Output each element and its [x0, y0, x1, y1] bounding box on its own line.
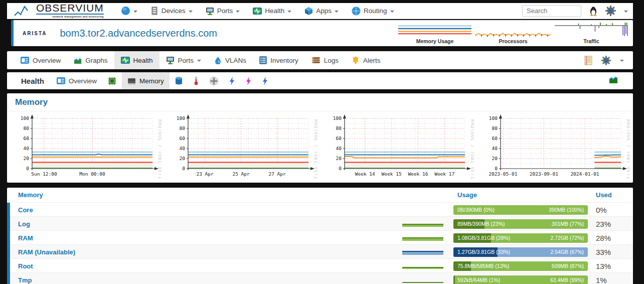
ports-icon — [206, 7, 214, 15]
globe-icon — [121, 6, 130, 16]
svg-text:80: 80 — [24, 125, 30, 131]
mini-graph-traffic[interactable]: Traffic — [554, 23, 629, 44]
rrd-graph: 02040608010023 Apr25 Apr27 AprRRDTOOL / … — [166, 113, 317, 180]
subtab-storage[interactable] — [170, 72, 188, 89]
memory-rrd-graph-week[interactable]: 02040608010023 Apr25 Apr27 AprRRDTOOL / … — [166, 113, 317, 182]
svg-text:60: 60 — [180, 135, 186, 141]
table-row: Tmp592kB/64MB (1%)63.4MB (99%)1% — [7, 273, 633, 284]
mempool-sparkline[interactable] — [402, 234, 443, 242]
mini-graph-memory-usage[interactable]: Memory Usage — [397, 23, 472, 44]
caret-down-icon — [189, 11, 193, 13]
tab-graphs[interactable]: Graphs — [67, 51, 114, 69]
bolt-blue-icon — [262, 77, 268, 85]
menu-globe[interactable] — [121, 6, 137, 16]
mempool-sparkline[interactable] — [402, 262, 443, 270]
penguin-icon[interactable] — [589, 6, 597, 16]
tab-label: Health — [133, 57, 153, 64]
gear-icon[interactable] — [601, 56, 611, 65]
mini-graph-processors[interactable]: Processors — [475, 23, 551, 44]
tab-label: Overview — [33, 57, 61, 64]
notes-icon[interactable] — [584, 56, 592, 65]
mempool-sparkline[interactable] — [402, 220, 443, 228]
menu-apps[interactable]: Apps — [304, 7, 339, 16]
main-menus: Devices Ports Health — [121, 6, 394, 16]
svg-text:60: 60 — [336, 135, 342, 141]
observium-logo[interactable]: OBSERVIUM network management and monitor… — [14, 4, 104, 18]
routing-icon — [352, 7, 361, 16]
tab-health[interactable]: Health — [114, 51, 159, 69]
usage-bar: 1.27GB/3.81GB (33%)2.54GB (67%) — [453, 247, 588, 257]
svg-text:60: 60 — [492, 135, 498, 141]
menu-ports[interactable]: Ports — [206, 7, 240, 15]
mempool-name: Core — [10, 206, 402, 214]
health-icon — [121, 56, 130, 64]
usage-bar: 1.08GB/3.81GB (28%)2.72GB (72%) — [453, 233, 588, 243]
menu-health[interactable]: Health — [253, 7, 291, 15]
svg-text:20: 20 — [336, 156, 342, 161]
usage-label-right: 2.54GB (67%) — [550, 247, 584, 257]
sparkline-line — [402, 224, 443, 225]
sparkline-line — [402, 267, 443, 268]
memory-rrd-graph-month[interactable]: 020406080100Week 14Week 15Week 16Week 17… — [323, 113, 474, 182]
subtab-label: Overview — [69, 77, 97, 85]
observium-mark-icon — [14, 5, 34, 18]
caret-down-icon[interactable] — [624, 11, 628, 13]
svg-text:0: 0 — [339, 166, 342, 171]
mini-graph-label: Traffic — [554, 38, 629, 44]
mempool-name: Root — [10, 262, 402, 270]
mempool-name: RAM (Unavailable) — [10, 248, 402, 256]
memory-rrd-graph-year[interactable]: 0204060801002023-05-012023-09-012024-01-… — [478, 113, 630, 182]
svg-text:2023-05-01: 2023-05-01 — [489, 171, 517, 177]
subtab-title: Health — [14, 77, 51, 85]
mini-graph-label: Memory Usage — [397, 38, 472, 44]
menu-devices[interactable]: Devices — [150, 7, 193, 15]
caret-down-icon — [390, 11, 394, 13]
memory-icon — [127, 77, 136, 85]
subtab-fans[interactable] — [204, 72, 224, 89]
svg-text:Week 14: Week 14 — [355, 171, 375, 177]
apps-icon — [304, 7, 313, 16]
subtab-memory[interactable]: Memory — [122, 72, 170, 89]
tab-logs[interactable]: Logs — [305, 51, 345, 69]
usage-label-left: 89MB/390MB (23%) — [457, 219, 505, 229]
tab-alerts[interactable]: Alerts — [345, 51, 387, 69]
svg-text:25 Apr: 25 Apr — [233, 171, 250, 177]
caret-down-icon[interactable] — [620, 60, 624, 62]
search-input[interactable] — [522, 5, 581, 17]
tab-ports[interactable]: Ports — [159, 51, 208, 69]
thermometer-icon — [194, 76, 199, 85]
tab-label: Ports — [178, 57, 194, 64]
subtab-processors[interactable] — [102, 72, 122, 89]
svg-text:2023-09-01: 2023-09-01 — [530, 171, 558, 177]
rrd-graph: 020406080100Sun 12:00Mon 00:00RRDTOOL / … — [10, 113, 162, 180]
mempool-sparkline[interactable] — [402, 248, 443, 256]
areachart-icon[interactable] — [609, 76, 618, 84]
svg-text:Mon 00:00: Mon 00:00 — [79, 171, 105, 177]
gear-icon[interactable] — [605, 6, 616, 16]
mempool-name: Log — [10, 220, 402, 228]
tab-overview[interactable]: Overview — [14, 51, 67, 69]
logo-tagline: network management and monitoring — [36, 14, 104, 18]
svg-text:0: 0 — [495, 166, 498, 171]
tab-inventory[interactable]: Inventory — [253, 51, 305, 69]
memory-rrd-graph-day[interactable]: 020406080100Sun 12:00Mon 00:00RRDTOOL / … — [10, 113, 162, 182]
subtab-power[interactable] — [257, 72, 273, 89]
navbar-right — [522, 5, 628, 17]
usage-label-right: 2.72GB (72%) — [550, 233, 584, 243]
device-hostname[interactable]: bom3.tor2.advancedserverdns.com — [60, 28, 217, 39]
tab-vlans[interactable]: VLANs — [208, 51, 253, 69]
overview-icon — [21, 57, 29, 64]
subtab-current[interactable] — [240, 72, 257, 89]
memory-graphs-panel: Memory 020406080100Sun 12:00Mon 00:00RRD… — [7, 93, 633, 183]
mempool-sparkline[interactable] — [402, 276, 443, 284]
menu-routing[interactable]: Routing — [352, 7, 394, 16]
tabbar-right-icons — [584, 56, 629, 65]
mempool-sparkline[interactable] — [402, 206, 443, 214]
subtab-temperature[interactable] — [188, 72, 204, 89]
table-row: Log89MB/390MB (23%)301MB (77%)23% — [7, 217, 633, 231]
rrd-graph: 0204060801002023-05-012023-09-012024-01-… — [478, 113, 630, 180]
subtab-voltage[interactable] — [224, 72, 240, 89]
table-row: Core0B/390MB (0%)390MB (100%)0% — [7, 203, 633, 217]
usage-label-left: 1.27GB/3.81GB (33%) — [457, 247, 510, 257]
subtab-overview[interactable]: Overview — [51, 72, 102, 89]
